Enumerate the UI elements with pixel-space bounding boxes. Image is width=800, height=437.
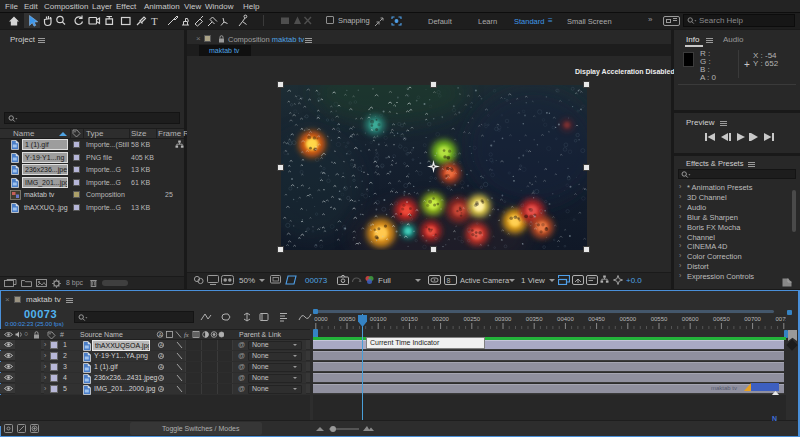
svg-text:A: A bbox=[158, 332, 162, 338]
svg-text:A: A bbox=[159, 386, 163, 392]
svg-text:00250: 00250 bbox=[463, 316, 480, 322]
svg-text:00150: 00150 bbox=[401, 316, 418, 322]
svg-text:00350: 00350 bbox=[526, 316, 543, 322]
svg-text:00550: 00550 bbox=[651, 316, 668, 322]
svg-text:00750: 00750 bbox=[775, 316, 786, 322]
svg-text:00200: 00200 bbox=[432, 316, 449, 322]
svg-text:00650: 00650 bbox=[713, 316, 730, 322]
svg-text:fx: fx bbox=[184, 331, 189, 338]
svg-text:A: A bbox=[159, 353, 163, 359]
svg-text:00500: 00500 bbox=[619, 316, 636, 322]
svg-text:A: A bbox=[159, 342, 163, 348]
svg-text:00700: 00700 bbox=[744, 316, 761, 322]
svg-text:8: 8 bbox=[447, 277, 451, 284]
svg-text:00450: 00450 bbox=[588, 316, 605, 322]
svg-text:T: T bbox=[151, 15, 158, 27]
svg-text:00050: 00050 bbox=[339, 316, 356, 322]
svg-text:0000: 0000 bbox=[314, 316, 328, 322]
svg-text:A: A bbox=[159, 364, 163, 370]
svg-text:00400: 00400 bbox=[557, 316, 574, 322]
svg-text:00600: 00600 bbox=[682, 316, 699, 322]
svg-text:00300: 00300 bbox=[495, 316, 512, 322]
svg-text:A: A bbox=[159, 375, 163, 381]
svg-text:00100: 00100 bbox=[370, 316, 387, 322]
